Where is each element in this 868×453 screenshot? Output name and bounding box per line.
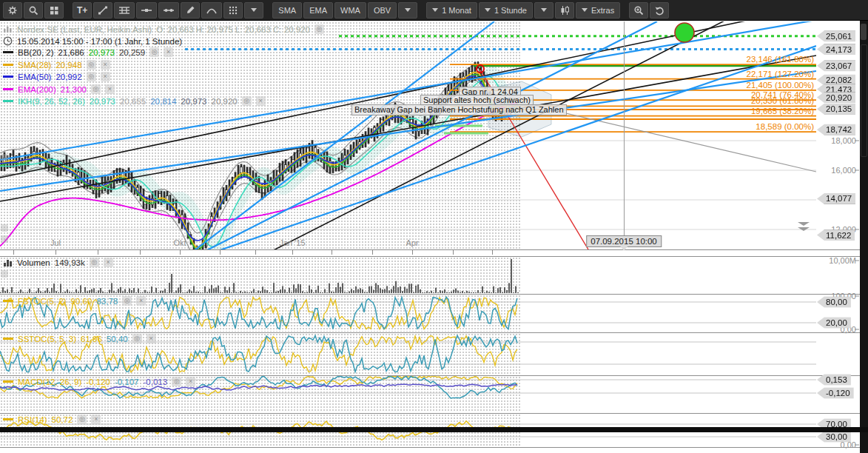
series-color-dash	[3, 88, 13, 90]
legend-settings-icon[interactable]: ◎	[149, 47, 159, 57]
legend-close-icon[interactable]: ×	[147, 334, 156, 343]
separator-main-volume[interactable]	[0, 256, 860, 257]
legend-settings-icon[interactable]: ◎	[90, 258, 99, 267]
legend-macd: MACD(12, 26, 9)-0,120-0,107-0,013◎×	[3, 377, 195, 386]
series-color-dash	[3, 418, 13, 420]
search-button[interactable]	[24, 2, 43, 19]
chevron-down-icon	[432, 8, 438, 12]
chevron-down-icon	[582, 8, 588, 12]
legend-overlay-sma: SMA(28)20,948◎×	[3, 60, 110, 70]
legend-settings-icon[interactable]: ◎	[77, 415, 87, 424]
strip-scroll-handle[interactable]	[861, 24, 867, 40]
series-color-dash	[3, 380, 13, 383]
legend-close-icon[interactable]: ×	[136, 296, 146, 306]
legend-settings-icon[interactable]: ◎	[87, 60, 96, 70]
text-tool-button[interactable]: T+	[73, 2, 92, 19]
annotation-breakaway[interactable]: Breakaway Gap bei Banken Hochstufung nac…	[351, 104, 567, 115]
fibonacci-tool-button[interactable]	[114, 2, 135, 19]
fib-level-label: 21,405 (100.00%)	[747, 81, 814, 90]
separator-macd-rsi[interactable]	[0, 413, 860, 414]
chevron-down-icon	[485, 8, 491, 12]
panel-handle-icon[interactable]	[1, 270, 8, 278]
zoom-in-button[interactable]	[629, 2, 648, 19]
arc-tool-button[interactable]	[201, 2, 222, 19]
legend-fstoc: FSTOC(5, 2)90,6083,78◎×	[3, 296, 146, 306]
overlay-name: EMA(50)	[18, 73, 51, 81]
gear-icon	[7, 5, 18, 16]
legend-close-icon[interactable]: ×	[105, 84, 115, 94]
legend-settings-icon[interactable]: ◎	[132, 334, 142, 343]
price-axis-tag: 23,067	[817, 60, 855, 71]
overlay-name: IKH(9, 26, 52, 26)	[18, 97, 85, 106]
brush-icon	[185, 5, 195, 16]
extras-button[interactable]: Extras	[576, 2, 620, 19]
legend-settings-icon[interactable]: ◎	[91, 84, 101, 94]
horizontal-line-icon	[141, 5, 152, 16]
price-axis-tag: 14,077	[817, 193, 855, 204]
obv-indicator-button[interactable]: OBV	[368, 2, 397, 19]
undo-button[interactable]	[650, 2, 669, 19]
legend-settings-icon[interactable]: ◎	[172, 377, 181, 386]
fib-level-label: 19,665 (38.20%)	[751, 107, 814, 115]
separator-fstoc-sstoc[interactable]	[0, 332, 860, 333]
panel-value: 50,40	[107, 335, 128, 343]
price-axis-tag: 11,622	[817, 229, 855, 241]
panel-value: 83,78	[96, 297, 118, 306]
right-panel-strip[interactable]	[860, 21, 868, 453]
legend-close-icon[interactable]: ×	[256, 96, 266, 106]
panel-name: MACD(12, 26, 9)	[18, 378, 81, 386]
extras-label: Extras	[591, 6, 614, 15]
pattern-tool-button[interactable]	[223, 2, 243, 19]
undo-icon	[654, 5, 665, 16]
x-axis-label: Jan '15	[279, 238, 305, 247]
ema-indicator-button[interactable]: EMA	[303, 2, 333, 19]
legend-instrument-row: Nordex SE (Last, EUR, Heikin Ashi)O: 20,…	[3, 24, 324, 34]
series-color-dash	[3, 338, 13, 340]
layout-grid-button[interactable]	[44, 2, 64, 19]
price-axis-tick: 16,000	[831, 166, 856, 175]
x-axis-label: Okt	[173, 238, 186, 247]
chevron-down-icon	[251, 8, 257, 12]
legend-close-icon[interactable]: ×	[164, 47, 173, 57]
chart-style-dropdown-button[interactable]	[534, 2, 554, 19]
fib-level-label: 18,589 (0.00%)	[756, 122, 814, 131]
candlestick-style-button[interactable]	[555, 2, 574, 19]
legend-close-icon[interactable]: ×	[101, 72, 110, 81]
horizontal-line-tool-button[interactable]	[136, 2, 157, 19]
toolbar: T+ SMA	[0, 0, 868, 21]
legend-close-icon[interactable]: ×	[101, 60, 110, 70]
legend-settings-icon[interactable]: ◎	[122, 296, 132, 306]
macd-axis-tag: -0,120	[817, 388, 854, 399]
zoom-in-icon	[633, 5, 644, 16]
legend-settings-icon[interactable]: ◎	[87, 72, 96, 81]
separator-sstoc-macd[interactable]	[0, 375, 860, 376]
more-drawing-tools-button[interactable]	[244, 2, 263, 19]
legend-close-icon[interactable]: ×	[91, 415, 101, 424]
wma-indicator-button[interactable]: WMA	[334, 2, 366, 19]
clock-icon	[3, 36, 13, 46]
panel-handle-icon[interactable]	[1, 224, 8, 232]
legend-settings-icon[interactable]: ◎	[314, 24, 324, 34]
mini-chart-icon	[3, 25, 13, 33]
trendline-icon	[98, 5, 108, 16]
separator-rsi-bottom[interactable]	[0, 447, 860, 448]
legend-overlay-ema: EMA(200)21,300◎×	[3, 84, 115, 94]
brush-tool-button[interactable]	[181, 2, 200, 19]
legend-close-icon[interactable]: ×	[186, 377, 195, 386]
range-select-button[interactable]: 1 Monat	[426, 2, 477, 19]
panel-handle-icon[interactable]	[1, 154, 8, 161]
separator-volume-fstoc[interactable]	[0, 294, 860, 295]
legend-settings-icon[interactable]: ◎	[242, 96, 252, 106]
settings-button[interactable]	[3, 2, 22, 19]
chevron-down-icon	[541, 8, 547, 12]
more-indicators-button[interactable]	[398, 2, 417, 19]
panel-name: FSTOC(5, 2)	[18, 297, 67, 306]
panel-handle-icon[interactable]	[1, 235, 8, 243]
crosshair-date-tag: 07.09.2015 10:00	[586, 235, 662, 247]
interval-select-button[interactable]: 1 Stunde	[479, 2, 533, 19]
panel-value: 149,93k	[55, 258, 85, 267]
trendline-tool-button[interactable]	[93, 2, 112, 19]
legend-close-icon[interactable]: ×	[104, 258, 113, 267]
sma-indicator-button[interactable]: SMA	[272, 2, 302, 19]
horizontal-ray-tool-button[interactable]	[158, 2, 179, 19]
